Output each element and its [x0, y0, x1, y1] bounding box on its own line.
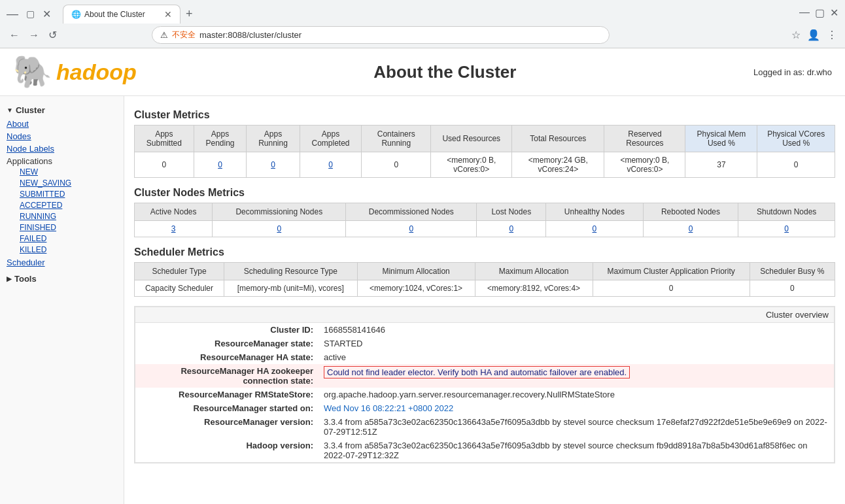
col-containers-running: Containers Running: [362, 126, 431, 152]
sidebar-item-about[interactable]: About: [7, 118, 117, 130]
apps-pending-link[interactable]: 0: [218, 160, 222, 169]
tools-label: Tools: [14, 274, 37, 284]
rm-started-value: Wed Nov 16 08:22:21 +0800 2022: [319, 401, 834, 415]
col-shutdown-nodes: Shutdown Nodes: [738, 203, 835, 221]
new-tab-button[interactable]: +: [181, 5, 198, 24]
minimize-btn[interactable]: —: [799, 7, 810, 18]
page-title: About the Cluster: [137, 62, 753, 82]
col-scheduling-resource-type: Scheduling Resource Type: [224, 263, 357, 280]
rebooted-link[interactable]: 0: [689, 224, 693, 233]
tab-title: About the Cluster: [84, 10, 145, 19]
col-decommissioning-nodes: Decommissioning Nodes: [213, 203, 346, 221]
val-active-nodes: 3: [135, 221, 213, 237]
val-scheduler-busy: 0: [750, 280, 835, 297]
apps-completed-link[interactable]: 0: [328, 160, 333, 169]
cluster-metrics-table: Apps Submitted Apps Pending Apps Running…: [134, 125, 835, 178]
cluster-nodes-title: Cluster Nodes Metrics: [134, 187, 835, 199]
decommissioning-link[interactable]: 0: [277, 224, 281, 233]
val-max-cluster-priority: 0: [593, 280, 750, 297]
active-tab[interactable]: 🌐 About the Cluster ✕: [63, 5, 181, 24]
val-unhealthy-nodes: 0: [546, 221, 643, 237]
sidebar-item-finished[interactable]: FINISHED: [20, 222, 117, 233]
cluster-id-label: Cluster ID:: [135, 323, 319, 337]
val-containers-running: 0: [362, 152, 431, 178]
cluster-overview-header: Cluster overview: [135, 307, 834, 323]
main-content: Cluster Metrics Apps Submitted Apps Pend…: [124, 96, 845, 504]
hadoop-header: 🐘 hadoop About the Cluster Logged in as:…: [0, 48, 845, 96]
val-apps-running: 0: [247, 152, 300, 178]
sidebar-item-accepted[interactable]: ACCEPTED: [20, 199, 117, 210]
apps-running-link[interactable]: 0: [271, 160, 275, 169]
rm-state-label: ResourceManager state:: [135, 337, 319, 350]
rm-version-row: ResourceManager version: 3.3.4 from a585…: [135, 415, 834, 439]
val-decommissioned-nodes: 0: [346, 221, 477, 237]
val-scheduling-resource-type: [memory-mb (unit=Mi), vcores]: [224, 280, 357, 297]
menu-icon[interactable]: ⋮: [825, 27, 838, 42]
rm-started-label: ResourceManager started on:: [135, 401, 319, 415]
scheduler-link[interactable]: Scheduler: [7, 258, 45, 267]
val-lost-nodes: 0: [477, 221, 546, 237]
hadoop-version-value: 3.3.4 from a585a73c3e02ac62350c136643a5e…: [319, 439, 834, 462]
elephant-icon: 🐘: [13, 54, 52, 90]
rm-rmstatestore-value: org.apache.hadoop.yarn.server.resourcema…: [319, 388, 834, 401]
lost-nodes-link[interactable]: 0: [509, 224, 513, 233]
cluster-id-row: Cluster ID: 1668558141646: [135, 323, 834, 337]
cluster-metrics-header-row: Apps Submitted Apps Pending Apps Running…: [135, 126, 835, 152]
nodes-link[interactable]: Nodes: [7, 131, 31, 141]
val-total-resources: <memory:24 GB, vCores:24>: [512, 152, 604, 178]
decommissioned-link[interactable]: 0: [409, 224, 413, 233]
sidebar-item-new[interactable]: NEW: [20, 166, 117, 177]
address-bar[interactable]: ⚠ 不安全 master:8088/cluster/cluster: [152, 26, 610, 44]
sidebar-item-submitted[interactable]: SUBMITTED: [20, 188, 117, 199]
scheduler-data-row: Capacity Scheduler [memory-mb (unit=Mi),…: [135, 280, 835, 297]
unhealthy-link[interactable]: 0: [593, 224, 597, 233]
tab-bar: 🌐 About the Cluster ✕ +: [56, 5, 205, 24]
col-used-resources: Used Resources: [431, 126, 512, 152]
active-nodes-link[interactable]: 3: [171, 224, 176, 233]
insecure-label: 不安全: [172, 29, 196, 41]
col-max-cluster-priority: Maximum Cluster Application Priority: [593, 263, 750, 280]
close-btn[interactable]: ✕: [830, 7, 838, 19]
page-body: ▼ Cluster About Nodes Node Labels Applic…: [0, 96, 845, 504]
forward-button[interactable]: →: [26, 28, 42, 42]
profile-icon[interactable]: 👤: [806, 27, 821, 42]
val-reserved-resources: <memory:0 B, vCores:0>: [604, 152, 685, 178]
sidebar-item-nodes[interactable]: Nodes: [7, 130, 117, 143]
cluster-section-header[interactable]: ▼ Cluster: [0, 103, 124, 118]
val-apps-submitted: 0: [135, 152, 194, 178]
url-text: master:8088/cluster/cluster: [199, 30, 302, 40]
window-controls: — ▢ ✕: [7, 7, 51, 21]
scheduler-nav: Scheduler: [0, 256, 124, 269]
sidebar-item-failed[interactable]: FAILED: [20, 233, 117, 244]
hadoop-version-label: Hadoop version:: [135, 439, 319, 462]
sidebar-item-scheduler[interactable]: Scheduler: [7, 256, 117, 269]
cluster-nav: About Nodes Node Labels Applications NEW…: [0, 118, 124, 256]
reload-button[interactable]: ↺: [46, 27, 60, 42]
node-labels-link[interactable]: Node Labels: [7, 144, 54, 154]
col-physical-vcores: Physical VCores Used %: [757, 126, 835, 152]
val-scheduler-type: Capacity Scheduler: [135, 280, 224, 297]
bookmark-icon[interactable]: ☆: [790, 27, 802, 42]
tab-favicon: 🌐: [71, 10, 80, 19]
close-tab-button[interactable]: ✕: [164, 9, 172, 20]
sidebar-tools-section[interactable]: ▶ Tools: [0, 271, 124, 286]
hadoop-wordmark: hadoop: [56, 59, 137, 85]
val-max-allocation: <memory:8192, vCores:4>: [475, 280, 593, 297]
sidebar-item-killed[interactable]: KILLED: [20, 244, 117, 255]
val-used-resources: <memory:0 B, vCores:0>: [431, 152, 512, 178]
rm-rmstatestore-row: ResourceManager RMStateStore: org.apache…: [135, 388, 834, 401]
col-reserved-resources: Reserved Resources: [604, 126, 685, 152]
back-button[interactable]: ←: [7, 28, 22, 42]
restore-btn[interactable]: ▢: [815, 7, 825, 19]
val-physical-mem: 37: [685, 152, 757, 178]
cluster-overview-section: Cluster overview Cluster ID: 16685581416…: [134, 306, 835, 463]
rm-ha-zookeeper-row: ResourceManager HA zookeeperconnection s…: [135, 364, 834, 388]
rm-ha-zookeeper-label: ResourceManager HA zookeeperconnection s…: [135, 364, 319, 388]
col-min-allocation: Minimum Allocation: [357, 263, 475, 280]
shutdown-link[interactable]: 0: [784, 224, 789, 233]
sidebar-item-new-saving[interactable]: NEW_SAVING: [20, 177, 117, 188]
sidebar-item-running[interactable]: RUNNING: [20, 210, 117, 222]
about-link[interactable]: About: [7, 119, 29, 129]
error-message: Could not find leader elector. Verify bo…: [324, 366, 630, 378]
sidebar-item-node-labels[interactable]: Node Labels: [7, 143, 117, 155]
